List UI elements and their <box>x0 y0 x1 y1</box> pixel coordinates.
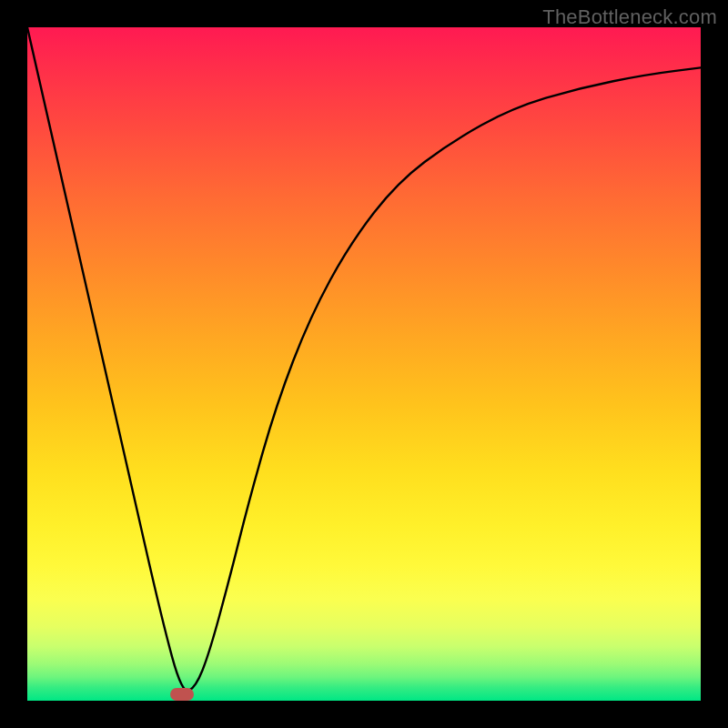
bottleneck-curve <box>27 27 701 691</box>
plot-area <box>27 27 701 701</box>
chart-frame: TheBottleneck.com <box>0 0 728 728</box>
curve-svg <box>27 27 701 701</box>
optimal-marker <box>170 688 194 701</box>
watermark: TheBottleneck.com <box>542 5 717 29</box>
